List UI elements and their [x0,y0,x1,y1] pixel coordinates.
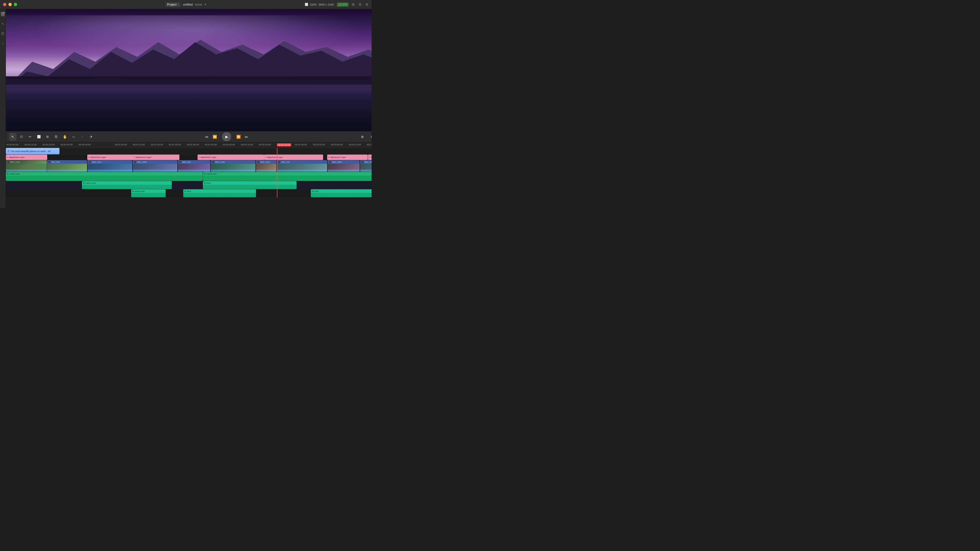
adj-label-6: Adjustment Layer [330,156,346,159]
audio-wind-1[interactable]: ⊞ wind [183,189,256,197]
tab-blank[interactable]: blank [195,3,202,6]
video-clip-9[interactable]: ⬛ IMG_1659 [328,160,360,171]
adj-icon-6: ≡ [328,156,329,159]
window-controls [3,3,17,6]
video-clip-8-thumb [277,164,327,171]
audio-wind-2[interactable]: ⊞ wind [311,189,372,197]
video-clip-1[interactable]: ⬛ IMG_1142 [6,160,47,171]
video-clip-3[interactable]: ⬛ IMG_1422 [88,160,132,171]
zoom-level: 100% [310,3,317,6]
next-frame-button[interactable]: ⏩ [236,135,241,139]
adjust-icon[interactable]: ⧉ [359,2,361,6]
ruler-mark-12: 00:02:00:00 [223,143,235,146]
adj-icon-2: ≡ [88,156,89,159]
video-clip-10[interactable]: ⬛ IMG_294 [360,160,372,171]
skip-to-end-button[interactable]: ⏭ [245,135,248,139]
audio-waves[interactable]: ⊞ waves.wav [131,189,165,197]
tab-add-button[interactable]: + [204,3,207,6]
skip-to-start-button[interactable]: ⏮ [205,135,208,139]
video-clip-4-header: ⬛ IMG_1839 [133,160,177,164]
audio-nature[interactable]: ⊞ nature.mp3 [82,181,172,189]
audio-classic-2[interactable]: ⊞ classic.wav [203,172,372,181]
video-clip-1-header: ⬛ IMG_1142 [6,160,47,164]
close-button[interactable] [3,3,6,6]
video-clip-7[interactable]: ⬛ IMG_1043 [256,160,277,171]
video-icon-3: ⬛ [89,161,91,163]
blade-tool-button[interactable]: ⟋ [78,133,86,141]
adj-label-1: Adjustment Layer [9,156,25,159]
audio-classic-1[interactable]: ⊞ classic.wav [6,172,203,181]
select-tool-button[interactable]: ↖ [9,133,17,141]
sidebar-icon-select[interactable]: ↖ [0,21,6,27]
video-clip-4[interactable]: ⬛ IMG_1839 [133,160,177,171]
sidebar-icon-music[interactable]: ♪ [0,40,6,46]
sidebar-icon-media[interactable]: 🎬 [0,11,6,17]
magnet-button[interactable]: ⊕ [359,133,366,141]
ruler-mark-13: 00:02:10:00 [241,143,253,146]
video-clip-3-label: IMG_1422 [92,161,101,163]
adjustment-layer-clip-3[interactable]: ≡ Adjustment Layer [133,155,180,160]
audio-wave-1 [6,176,203,181]
media-tool-button[interactable]: ⊞ [44,133,51,141]
cut-tool-button[interactable]: ✂ [26,133,34,141]
project-dropdown[interactable]: Project ▾ [165,2,181,7]
video-clip-8-header: ⬛ IMG_743 [277,160,327,164]
audio-wave-waves [131,193,165,197]
audio-wave-2 [203,176,372,181]
adj-label-4: Adjustment Layer [200,156,216,159]
audio-wave-nature [82,185,172,189]
timeline-ruler[interactable]: 00:00:00:00 00:00:10:00 00:00:20:00 00:0… [6,142,372,148]
crop-tool-button[interactable]: ⊡ [18,133,25,141]
adj-label-5: Adjustment Layer [267,156,283,159]
video-clip-5[interactable]: ⬛ IMG_932 [178,160,210,171]
link-tool-button[interactable]: ⛓ [52,133,60,141]
ruler-mark-1: 00:00:10:00 [24,143,37,146]
audio-track-1: ⊞ classic.wav ⊞ classic.wa [6,172,372,181]
video-clip-2[interactable]: ⬛ IMG_495 [47,160,87,171]
adjustment-layer-clip-7[interactable]: ≡ Adjustment Layer [368,155,372,160]
project-label: Project [167,3,177,6]
audio-label-1: ⊞ classic.wav [6,172,203,176]
adjustment-layer-clip-6[interactable]: ≡ Adjustment Layer [327,155,368,160]
adjustment-layer-clip-5[interactable]: ≡ Adjustment Layer [264,155,323,160]
video-clip-4-label: IMG_1839 [137,161,146,163]
video-clip-6[interactable]: ⬛ IMG_1195 [211,160,256,171]
timeline-tracks[interactable]: Ⓣ The most beautiful places on earth - 3… [6,148,372,208]
audio-label-birds: ⊞ birds [203,181,297,185]
adjustment-layer-clip-1[interactable]: ≡ Adjustment Layer [6,155,47,160]
maximize-button[interactable] [14,3,17,6]
ruler-mark-2: 00:00:20:00 [43,143,55,146]
preview-tool-button[interactable]: ⬜ [35,133,43,141]
video-clip-7-label: IMG_1043 [260,161,270,163]
titlebar: Project ▾ untitled blank + ⬜ 100% 3840 x… [0,0,372,9]
audio-wave-birds [203,185,297,189]
video-clip-9-header: ⬛ IMG_1659 [328,160,360,164]
sidebar-icon-list[interactable]: ☰ [0,30,6,36]
video-clip-7-header: ⬛ IMG_1043 [256,160,277,164]
adjustment-layer-clip-4[interactable]: ≡ Adjustment Layer [197,155,264,160]
video-icon: ⬛ [7,161,10,163]
ruler-mark-7: 00:01:10:00 [133,143,145,146]
minimize-button[interactable] [8,3,12,6]
video-clip-3-thumb [88,164,132,171]
audio-birds[interactable]: ⊞ birds [203,181,297,189]
timer-tool-button[interactable]: ◔ [87,133,95,141]
filter-button[interactable]: ⧉ [368,133,372,141]
prev-frame-button[interactable]: ⏪ [213,135,217,139]
hand-tool-button[interactable]: ✋ [61,133,68,141]
transform-tool-button[interactable]: ▭ [70,133,77,141]
video-clip-10-thumb [360,164,372,171]
video-icon-9: ⬛ [329,161,331,163]
play-pause-button[interactable]: ▶ [222,132,231,141]
toolbar-right: ⊕ ⧉ ⊞ [359,133,372,141]
title-clip[interactable]: Ⓣ The most beautiful places on earth - 3… [6,148,59,154]
account-icon[interactable]: ⊕ [366,2,369,6]
video-clip-8[interactable]: ⬛ IMG_743 [277,160,327,171]
title-clip-label: The most beautiful places on earth - 3D [11,150,51,152]
grid-icon[interactable]: ⊞ [352,2,355,6]
video-icon-4: ⬛ [134,161,136,163]
adj-label-2: Adjustment Layer [90,156,106,159]
titlebar-center: Project ▾ untitled blank + [165,2,207,7]
adjustment-layer-clip-2[interactable]: ≡ Adjustment Layer [87,155,138,160]
tab-title[interactable]: untitled [183,3,193,6]
